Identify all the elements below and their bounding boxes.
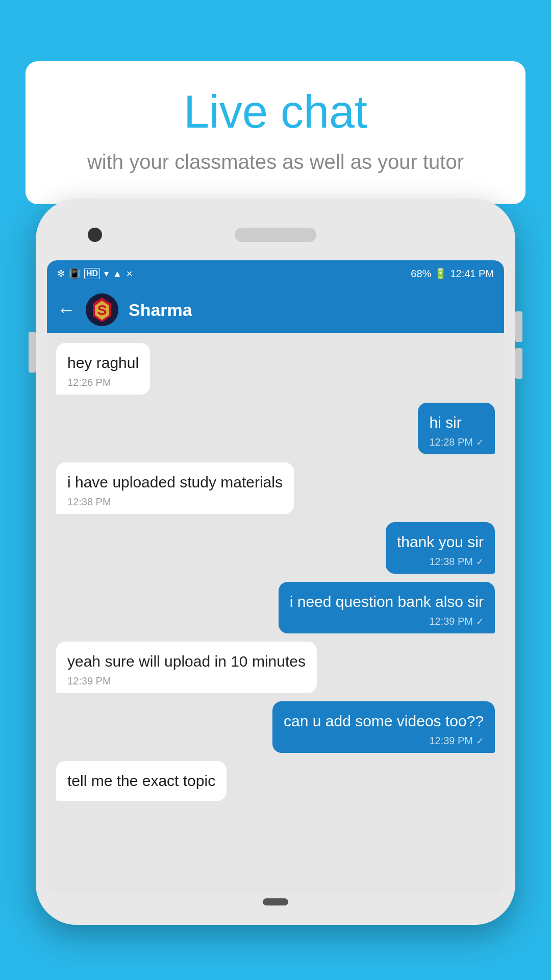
time-label: 12:38 PM	[429, 556, 473, 568]
message-text: yeah sure will upload in 10 minutes	[67, 651, 306, 672]
app-header: ← S Sharma	[47, 287, 504, 333]
received-bubble: i have uploaded study materials 12:38 PM	[56, 462, 294, 514]
home-button-area	[47, 894, 504, 910]
volume-buttons	[515, 311, 522, 379]
back-button[interactable]: ←	[57, 301, 76, 319]
svg-text:S: S	[97, 302, 107, 318]
sent-bubble: can u add some videos too?? 12:39 PM ✓	[272, 701, 495, 753]
battery-percent: 68%	[411, 268, 431, 280]
message-time: 12:39 PM ✓	[290, 616, 484, 627]
phone-mockup: ✻ 📳 HD ▾ ▲ ✕ 68% 🔋 12:41 PM ←	[36, 199, 515, 980]
message-time: 12:38 PM ✓	[397, 556, 484, 568]
wifi-icon: ▾	[104, 268, 109, 279]
chat-area[interactable]: hey raghul 12:26 PM hi sir 12:28 PM ✓	[47, 333, 504, 894]
power-button	[29, 332, 36, 373]
message-text: can u add some videos too??	[284, 710, 484, 732]
earpiece	[235, 228, 316, 242]
message-text: tell me the exact topic	[67, 770, 215, 792]
message-text: i need question bank also sir	[290, 591, 484, 612]
message-time: 12:39 PM ✓	[284, 735, 484, 747]
read-receipt: ✓	[476, 437, 484, 448]
message-item: tell me the exact topic	[56, 761, 227, 801]
live-chat-title: Live chat	[56, 87, 495, 137]
bubble-subtitle: with your classmates as well as your tut…	[56, 148, 495, 176]
message-time: 12:38 PM	[67, 496, 283, 508]
contact-name: Sharma	[129, 300, 192, 320]
front-camera	[88, 228, 102, 242]
message-item: i need question bank also sir 12:39 PM ✓	[279, 582, 495, 633]
time-label: 12:39 PM	[429, 735, 473, 747]
message-text: hi sir	[429, 412, 484, 433]
message-item: thank you sir 12:38 PM ✓	[386, 522, 495, 574]
vibrate-icon: 📳	[69, 268, 80, 279]
bluetooth-icon: ✻	[57, 268, 65, 279]
phone-screen: ✻ 📳 HD ▾ ▲ ✕ 68% 🔋 12:41 PM ←	[47, 260, 504, 894]
message-item: can u add some videos too?? 12:39 PM ✓	[272, 701, 495, 753]
superman-icon: S	[86, 293, 118, 326]
phone-body: ✻ 📳 HD ▾ ▲ ✕ 68% 🔋 12:41 PM ←	[36, 199, 515, 925]
message-time: 12:26 PM	[67, 377, 139, 388]
clock: 12:41 PM	[450, 268, 494, 280]
read-receipt: ✓	[476, 736, 484, 747]
read-receipt: ✓	[476, 616, 484, 627]
received-bubble: yeah sure will upload in 10 minutes 12:3…	[56, 642, 317, 693]
message-text: hey raghul	[67, 352, 139, 374]
sent-bubble: i need question bank also sir 12:39 PM ✓	[279, 582, 495, 633]
sent-bubble: hi sir 12:28 PM ✓	[418, 403, 495, 454]
message-text: thank you sir	[397, 531, 484, 553]
status-left-icons: ✻ 📳 HD ▾ ▲ ✕	[57, 268, 133, 279]
contact-avatar: S	[86, 293, 118, 326]
speech-bubble-card: Live chat with your classmates as well a…	[26, 61, 525, 204]
message-time: 12:28 PM ✓	[429, 436, 484, 448]
vol-down-button	[515, 348, 522, 379]
no-service-icon: ✕	[126, 269, 133, 279]
read-receipt: ✓	[476, 556, 484, 568]
message-text: i have uploaded study materials	[67, 472, 283, 493]
home-button	[263, 898, 288, 905]
vol-up-button	[515, 311, 522, 342]
time-label: 12:39 PM	[429, 616, 473, 627]
status-bar: ✻ 📳 HD ▾ ▲ ✕ 68% 🔋 12:41 PM	[47, 260, 504, 287]
hd-label: HD	[84, 268, 100, 279]
sent-bubble: thank you sir 12:38 PM ✓	[386, 522, 495, 574]
message-time: 12:39 PM	[67, 675, 306, 687]
received-bubble: tell me the exact topic	[56, 761, 227, 801]
signal-icon: ▲	[113, 268, 122, 279]
message-item: yeah sure will upload in 10 minutes 12:3…	[56, 642, 317, 693]
phone-top-area	[47, 214, 504, 255]
battery-icon: 🔋	[434, 267, 447, 280]
message-item: i have uploaded study materials 12:38 PM	[56, 462, 294, 514]
status-right-info: 68% 🔋 12:41 PM	[411, 267, 494, 280]
message-item: hey raghul 12:26 PM	[56, 343, 150, 395]
message-item: hi sir 12:28 PM ✓	[418, 403, 495, 454]
received-bubble: hey raghul 12:26 PM	[56, 343, 150, 395]
time-label: 12:28 PM	[429, 436, 473, 448]
